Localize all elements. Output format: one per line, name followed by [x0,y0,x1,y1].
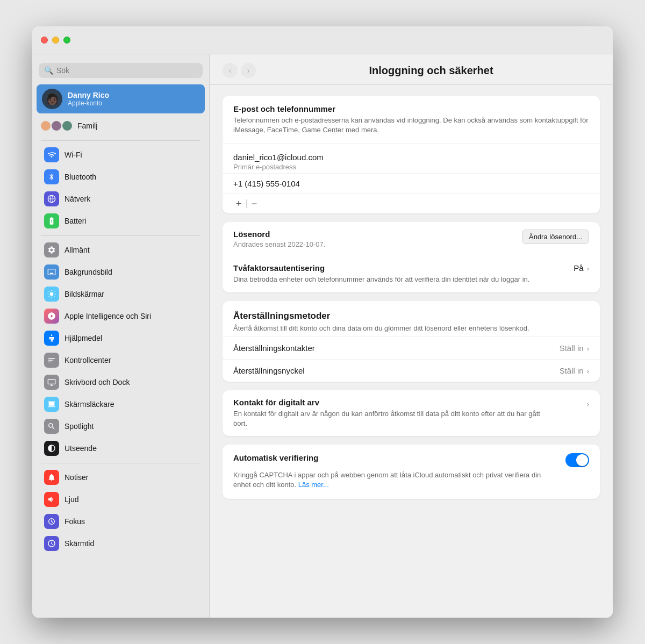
wifi-icon [44,147,59,162]
auto-verify-row: Automatisk verifiering Kringgå CAPTCHA i… [223,445,600,498]
sidebar-item-bluetooth[interactable]: Bluetooth [35,166,206,188]
sidebar-item-control[interactable]: Kontrollcenter [35,349,206,371]
recovery-key-row[interactable]: Återställningsnyckel Ställ in › [223,359,600,382]
sidebar-section-system: Allmänt Bakgrundsbild Bildskärmar [32,239,209,460]
sidebar-item-accessibility[interactable]: Hjälpmedel [35,327,206,349]
svg-point-2 [51,334,53,336]
chevron-right-icon: › [587,367,589,375]
sidebar-item-screensaver2[interactable]: Skärmsläckare [35,393,206,415]
digital-legacy-inner[interactable]: Kontakt för digitalt arv En kontakt för … [223,390,600,436]
sidebar-item-label: Skärmsläckare [64,400,114,409]
spotlight-icon [44,419,59,434]
sidebar-item-label: Spotlight [64,422,94,431]
sidebar-item-label: Wi-Fi [64,151,82,159]
sidebar-item-siri[interactable]: Apple Intelligence och Siri [35,305,206,327]
nav-back-button[interactable]: ‹ [223,63,238,78]
recovery-contacts-row[interactable]: Återställningskontakter Ställ in › [223,337,600,359]
two-factor-title: Tvåfaktorsautentisering [233,263,529,273]
two-factor-status: På [574,263,583,273]
svg-point-1 [50,292,54,296]
sidebar-item-wifi[interactable]: Wi-Fi [35,144,206,166]
add-remove-row: + − [223,194,600,213]
sidebar-item-wallpaper[interactable]: Bakgrundsbild [35,261,206,283]
remove-button[interactable]: − [247,197,262,210]
auto-verify-card: Automatisk verifiering Kringgå CAPTCHA i… [223,445,600,498]
sidebar-item-appearance[interactable]: Utseende [35,438,206,459]
family-avatars [41,121,72,131]
family-avatar-3 [62,121,72,131]
two-factor-row[interactable]: Tvåfaktorsautentisering Dina betrodda en… [223,256,600,292]
sidebar-item-general[interactable]: Allmänt [35,239,206,261]
battery-icon [44,213,59,228]
family-item[interactable]: Familj [32,118,209,134]
nav-forward-button[interactable]: › [241,63,256,78]
user-name: Danny Rico [68,91,109,99]
appearance-icon [44,441,59,456]
sidebar-item-label: Skrivbord och Dock [64,378,130,387]
phone-value: +1 (415) 555-0104 [223,173,600,194]
sidebar-divider-1 [41,140,200,141]
sidebar-item-desktop[interactable]: Skrivbord och Dock [35,371,206,393]
sidebar-item-label: Bluetooth [64,173,96,181]
recovery-key-label: Återställningsnyckel [233,366,305,375]
learn-more-link[interactable]: Läs mer... [298,481,329,489]
two-factor-info: Tvåfaktorsautentisering Dina betrodda en… [233,263,529,284]
sidebar-item-screentime[interactable]: Skärmtid [35,533,206,554]
sidebar-section-apps: Notiser Ljud Fokus [32,467,209,555]
accessibility-icon [44,331,59,346]
search-input[interactable] [56,66,197,75]
sidebar-item-spotlight[interactable]: Spotlight [35,416,206,437]
auto-verify-title: Automatisk verifiering [233,453,318,462]
email-value: daniel_rico1@icloud.com [233,153,589,162]
traffic-lights [41,37,70,44]
sidebar-item-battery[interactable]: Batteri [35,210,206,232]
maximize-button[interactable] [63,37,70,44]
sidebar-item-label: Utseende [64,444,97,453]
email-phone-header: E-post och telefonnummer Telefonnumren o… [223,96,600,144]
email-section: daniel_rico1@icloud.com Primär e-postadr… [223,144,600,173]
password-info: Lösenord Ändrades senast 2022-10-07. [233,230,325,248]
email-phone-card: E-post och telefonnummer Telefonnumren o… [223,96,600,213]
user-account-item[interactable]: 🧑🏿 Danny Rico Apple-konto [37,84,205,113]
family-avatar-2 [52,121,61,131]
sidebar-item-label: Hjälpmedel [64,334,102,342]
avatar-emoji: 🧑🏿 [46,92,59,105]
recovery-header: Återställningsmetoder Återfå åtkomst til… [223,301,600,337]
search-box[interactable]: 🔍 [39,63,203,78]
family-avatar-1 [41,121,51,131]
nav-buttons: ‹ › [223,63,256,78]
auto-verify-toggle[interactable] [565,453,589,467]
general-icon [44,242,59,257]
sound-icon [44,492,59,507]
network-icon [44,191,59,206]
recovery-contacts-label: Återställningskontakter [233,344,315,353]
sidebar-item-label: Bakgrundsbild [64,268,112,276]
digital-legacy-card[interactable]: Kontakt för digitalt arv En kontakt för … [223,390,600,436]
screensaver2-icon [44,397,59,412]
main-content: ‹ › Inloggning och säkerhet E-post och t… [210,54,613,618]
sidebar-item-focus[interactable]: Fokus [35,511,206,532]
bluetooth-icon [44,169,59,184]
sidebar-item-notifications[interactable]: Notiser [35,467,206,488]
main-window: 🔍 🧑🏿 Danny Rico Apple-konto [32,26,613,618]
close-button[interactable] [41,37,48,44]
digital-legacy-title: Kontakt för digitalt arv [233,398,545,407]
sidebar-divider-3 [41,463,200,463]
sidebar-item-label: Batteri [64,217,86,225]
password-row: Lösenord Ändrades senast 2022-10-07. Änd… [223,222,600,256]
sidebar-item-label: Allmänt [64,246,90,254]
toggle-knob [576,454,588,466]
change-password-button[interactable]: Ändra lösenord... [522,230,589,244]
recovery-desc: Återfå åtkomst till ditt konto och dina … [233,324,589,333]
add-button[interactable]: + [231,197,246,210]
sidebar-item-sound[interactable]: Ljud [35,489,206,510]
search-icon: 🔍 [44,66,53,75]
sidebar-item-label: Ljud [64,495,78,504]
sidebar-item-network[interactable]: Nätverk [35,188,206,210]
recovery-contacts-value: Ställ in [560,344,584,353]
chevron-right-icon: › [587,400,589,408]
sidebar-item-screensavers[interactable]: Bildskärmar [35,283,206,305]
sidebar-divider-2 [41,235,200,236]
minimize-button[interactable] [52,37,59,44]
sidebar-item-label: Skärmtid [64,539,94,548]
